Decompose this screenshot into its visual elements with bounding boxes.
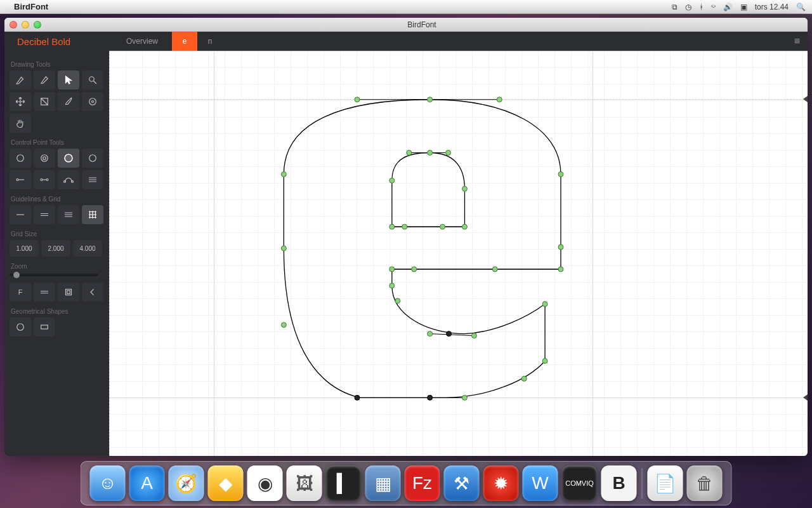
svg-point-44 <box>521 376 527 381</box>
dock-appstore[interactable]: A <box>129 465 165 501</box>
volume-icon[interactable]: 🔊 <box>723 3 733 11</box>
svg-rect-16 <box>67 291 70 294</box>
node-mode-a[interactable] <box>10 149 31 168</box>
handle-tool-b[interactable] <box>34 170 55 189</box>
dock-xcode[interactable]: ⚒ <box>444 465 480 501</box>
svg-point-6 <box>43 157 46 160</box>
section-grid-size: Grid Size <box>11 231 104 237</box>
svg-point-17 <box>17 324 24 331</box>
guide-tool-b[interactable] <box>34 205 55 224</box>
svg-point-53 <box>462 186 467 191</box>
resize-tool[interactable] <box>34 92 55 111</box>
grid-toggle[interactable] <box>82 205 103 224</box>
svg-point-9 <box>89 155 96 162</box>
svg-point-28 <box>355 97 360 102</box>
grid-size-1[interactable]: 1.000 <box>10 240 39 257</box>
window-title: BirdFont <box>41 20 802 29</box>
notification-icon[interactable]: ⧉ <box>672 3 678 11</box>
dock-birdfont[interactable]: B <box>601 465 637 501</box>
bluetooth-icon[interactable]: ᚼ <box>699 3 704 11</box>
node-mode-c[interactable] <box>58 149 79 168</box>
dock-star[interactable]: ✹ <box>483 465 519 501</box>
dock-filezilla[interactable]: Fz <box>405 465 440 501</box>
svg-point-32 <box>558 244 563 250</box>
svg-point-54 <box>407 150 412 156</box>
svg-point-5 <box>41 155 48 162</box>
svg-point-47 <box>462 395 467 400</box>
svg-point-52 <box>390 178 395 183</box>
svg-point-51 <box>462 224 467 229</box>
dock-chrome[interactable]: ◉ <box>247 465 283 501</box>
minimize-button[interactable] <box>22 21 29 29</box>
hand-tool[interactable] <box>10 114 31 133</box>
zoom-tool-d[interactable] <box>82 283 103 302</box>
dock-word[interactable]: W <box>523 465 558 501</box>
macos-menubar: BirdFont ⧉ ◷ ᚼ ⌔ 🔊 ▣ tors 12.44 🔍 <box>0 0 812 14</box>
handle-tool-a[interactable] <box>10 170 31 189</box>
dock-wifi[interactable]: COMVIQ <box>562 465 598 501</box>
node-mode-d[interactable] <box>82 149 103 168</box>
pointer-tool[interactable] <box>58 70 79 90</box>
zoom-tool-b[interactable] <box>34 283 55 302</box>
battery-icon[interactable]: ▣ <box>740 3 747 11</box>
dock-photos[interactable]: 🖼 <box>287 465 322 501</box>
tools-sidebar: Drawing Tools Control Point Tools <box>4 51 109 456</box>
dock-finder[interactable]: ☺ <box>90 465 126 501</box>
svg-point-0 <box>89 77 95 82</box>
svg-point-29 <box>428 97 433 102</box>
shape-rect[interactable] <box>34 318 55 337</box>
dock-textedit[interactable]: 📄 <box>648 465 683 501</box>
pencil-tool[interactable] <box>34 70 55 90</box>
dock-mission[interactable]: ▦ <box>365 465 401 501</box>
tab-overview[interactable]: Overview <box>112 32 172 51</box>
spotlight-icon[interactable]: 🔍 <box>796 3 806 11</box>
section-drawing-tools: Drawing Tools <box>11 61 104 68</box>
guide-tool-c[interactable] <box>58 205 79 224</box>
tab-glyph-e[interactable]: e <box>172 32 197 51</box>
brush-tool[interactable] <box>58 92 79 111</box>
svg-point-33 <box>558 267 563 272</box>
menubar-clock[interactable]: tors 12.44 <box>755 3 789 11</box>
font-name-label: Decibel Bold <box>4 32 112 51</box>
dock-terminal[interactable]: ▍ <box>326 465 362 501</box>
svg-point-35 <box>412 267 417 272</box>
svg-point-45 <box>428 395 433 400</box>
handle-tool-c[interactable] <box>58 170 79 189</box>
svg-point-2 <box>89 98 96 105</box>
zoom-tool[interactable] <box>82 70 103 90</box>
zoom-fit[interactable]: F <box>10 283 31 302</box>
glyph-outline[interactable] <box>109 51 808 456</box>
zoom-button[interactable] <box>34 21 41 29</box>
zoom-tool-c[interactable] <box>58 283 79 302</box>
svg-point-50 <box>440 224 445 229</box>
glyph-canvas[interactable] <box>109 51 808 456</box>
svg-point-4 <box>17 155 24 162</box>
hamburger-icon[interactable]: ≡ <box>787 32 808 51</box>
window-titlebar[interactable]: BirdFont <box>4 18 808 32</box>
guide-tool-a[interactable] <box>10 205 31 224</box>
grid-size-4[interactable]: 4.000 <box>73 240 102 257</box>
dock-safari[interactable]: 🧭 <box>169 465 204 501</box>
clock-icon[interactable]: ◷ <box>685 3 691 11</box>
dock-trash[interactable]: 🗑 <box>687 465 723 501</box>
tab-glyph-n[interactable]: n <box>197 32 223 51</box>
work-area: Drawing Tools Control Point Tools <box>4 51 808 456</box>
close-button[interactable] <box>10 21 17 29</box>
app-window: BirdFont Decibel Bold Overview e n ≡ Dra… <box>4 18 808 456</box>
wifi-icon[interactable]: ⌔ <box>711 3 716 11</box>
macos-dock: ☺ A 🧭 ◆ ◉ 🖼 ▍ ▦ Fz ⚒ ✹ W COMVIQ B 📄 🗑 <box>81 461 732 505</box>
dock-shapes[interactable]: ◆ <box>208 465 244 501</box>
target-tool[interactable] <box>82 92 103 111</box>
menubar-app-name[interactable]: BirdFont <box>14 2 48 11</box>
svg-point-42 <box>542 302 547 307</box>
node-mode-b[interactable] <box>34 149 55 168</box>
svg-point-11 <box>41 179 43 181</box>
handle-tool-d[interactable] <box>82 170 103 189</box>
zoom-slider[interactable] <box>10 274 98 276</box>
grid-size-2[interactable]: 2.000 <box>41 240 70 257</box>
pen-tool[interactable] <box>10 70 31 90</box>
menubar-status: ⧉ ◷ ᚼ ⌔ 🔊 ▣ tors 12.44 🔍 <box>672 3 806 11</box>
shape-circle[interactable] <box>10 318 31 337</box>
svg-point-38 <box>395 298 400 304</box>
move-tool[interactable] <box>10 92 31 111</box>
